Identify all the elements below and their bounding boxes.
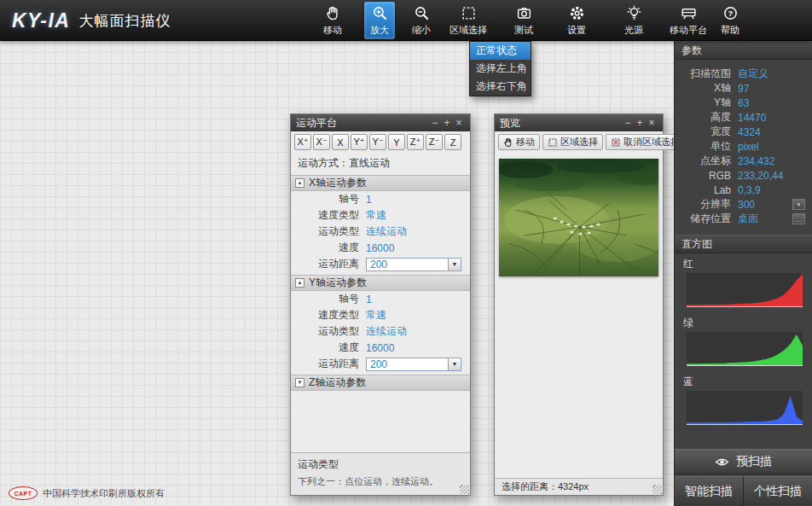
toolbar-region-select-button[interactable]: 区域选择 [444,2,493,39]
maximize-icon[interactable]: + [634,114,646,131]
app-window: KY-IA 大幅面扫描仪 移动 放大 缩小 区域选择 [0,0,812,506]
row-value[interactable]: 自定义 [738,67,798,81]
z-plus-button[interactable]: Z⁺ [407,134,424,150]
prescan-button[interactable]: 预扫描 [675,449,812,474]
button-label: 预扫描 [736,454,772,469]
param-row-resolution: 分辨率 300 ▼ [675,197,812,212]
resize-grip[interactable] [652,485,662,494]
motion-mode-text: 运动方式：直线运动 [291,153,470,175]
collapse-up-icon[interactable]: ▲ [295,178,304,188]
collapse-down-icon[interactable]: ▼ [295,378,304,387]
param-row: 运动距离 200 ▼ [291,356,470,372]
resize-grip[interactable] [460,485,469,494]
section-title: Z轴运动参数 [309,375,366,390]
z-minus-button[interactable]: Z⁻ [426,134,443,150]
param-row-lab: Lab 0,3,9 [675,183,812,197]
gear-icon [569,5,585,22]
param-row-unit: 单位 pixel [675,139,812,154]
param-row: 运动类型 连续运动 [291,224,470,240]
region-select-icon [461,5,477,22]
toolbar-platform-button[interactable]: 移动平台 [664,2,713,39]
chevron-down-icon[interactable]: ▼ [448,358,461,370]
x-axis-section: ▲ X轴运动参数 轴号 1 速度类型 常速 运动类型 连续运动 速度 16000… [291,175,470,272]
resolution-dropdown-button[interactable]: ▼ [792,199,805,210]
x-stop-button[interactable]: X [332,134,349,150]
y-distance-select[interactable]: 200 ▼ [366,358,461,371]
button-label: 区域选择 [560,136,598,148]
help-icon: ? [722,5,739,22]
row-value: 234,432 [738,155,798,167]
footer-title: 运动类型 [298,457,463,472]
y-stop-button[interactable]: Y [388,134,405,150]
row-value: 常速 [366,208,386,223]
red-histogram-graph [687,273,803,307]
menu-item-select-bottom-right[interactable]: 选择右下角 [470,78,531,96]
row-value: 16000 [366,342,394,354]
copyright-text: 中国科学技术印刷所版权所有 [43,487,165,500]
maximize-icon[interactable]: + [441,114,453,131]
select-value: 200 [367,358,448,370]
toolbar-zoom-in-button[interactable]: 放大 [364,2,395,39]
row-value: 0,3,9 [738,184,798,196]
z-axis-section-header[interactable]: ▼ Z轴运动参数 [291,375,470,391]
cancel-region-icon [611,137,621,148]
param-row-width: 宽度 4324 [675,125,812,139]
x-minus-button[interactable]: X⁻ [313,134,330,150]
lightbulb-icon [626,5,642,22]
toolbar-test-button[interactable]: 测试 [508,2,539,39]
row-value: 14470 [738,112,798,124]
select-value: 200 [367,259,448,270]
close-icon[interactable]: × [453,114,465,131]
brand-logo: KY-IA [12,9,70,32]
row-label: 点坐标 [675,154,731,168]
button-label: 移动 [516,136,535,148]
row-value: 常速 [366,308,386,323]
preview-region-select-button[interactable]: 区域选择 [542,134,603,150]
browse-location-button[interactable]: … [792,213,805,224]
close-icon[interactable]: × [646,114,658,131]
region-select-menu: 正常状态 选择左上角 选择右下角 [469,41,531,96]
param-row-height: 高度 14470 [675,110,812,125]
row-value: 63 [738,97,798,109]
capt-logo: CAPT [9,486,38,500]
motion-panel-titlebar[interactable]: 运动平台 − + × [291,114,470,131]
toolbar-zoom-out-button[interactable]: 缩小 [406,2,437,39]
channel-label: 绿 [675,314,812,332]
custom-scan-button[interactable]: 个性扫描 [744,476,812,506]
row-value: 1 [366,194,372,206]
minimize-icon[interactable]: − [429,114,441,131]
y-minus-button[interactable]: Y⁻ [369,134,386,150]
x-distance-select[interactable]: 200 ▼ [366,258,461,271]
row-label: Y轴 [675,96,731,110]
smart-scan-button[interactable]: 智能扫描 [675,476,744,506]
preview-move-button[interactable]: 移动 [498,134,540,150]
toolbar-settings-button[interactable]: 设置 [561,2,592,39]
z-stop-button[interactable]: Z [444,134,461,150]
params-rows: 扫描范围 自定义 X轴 97 Y轴 63 高度 14470 宽度 4324 单位… [675,60,812,235]
menu-item-normal-state[interactable]: 正常状态 [470,42,531,60]
row-label: 储存位置 [675,212,731,226]
channel-label: 红 [675,255,812,273]
top-toolbar: KY-IA 大幅面扫描仪 移动 放大 缩小 区域选择 [0,0,812,41]
row-label: 宽度 [675,125,731,139]
param-row: 运动距离 200 ▼ [291,256,470,272]
menu-item-select-top-left[interactable]: 选择左上角 [470,60,531,78]
param-row: 轴号 1 [291,191,470,207]
chevron-down-icon[interactable]: ▼ [448,259,461,270]
toolbar-help-button[interactable]: ? 帮助 [715,2,745,39]
x-plus-button[interactable]: X⁺ [294,134,311,150]
preview-panel-titlebar[interactable]: 预览 − + × [495,114,663,131]
platform-icon [681,5,697,22]
preview-image[interactable] [499,159,658,276]
param-row: 速度类型 常速 [291,307,470,323]
minimize-icon[interactable]: − [622,114,634,131]
param-row: 速度 16000 [291,240,470,256]
toolbar-move-button[interactable]: 移动 [317,2,348,39]
y-axis-section-header[interactable]: ▲ Y轴运动参数 [291,275,470,291]
params-header: 参数 [675,41,812,60]
toolbar-light-button[interactable]: 光源 [618,2,649,39]
row-value: 233,20,44 [738,170,798,182]
x-axis-section-header[interactable]: ▲ X轴运动参数 [291,175,470,191]
y-plus-button[interactable]: Y⁺ [351,134,368,150]
collapse-up-icon[interactable]: ▲ [295,278,304,288]
